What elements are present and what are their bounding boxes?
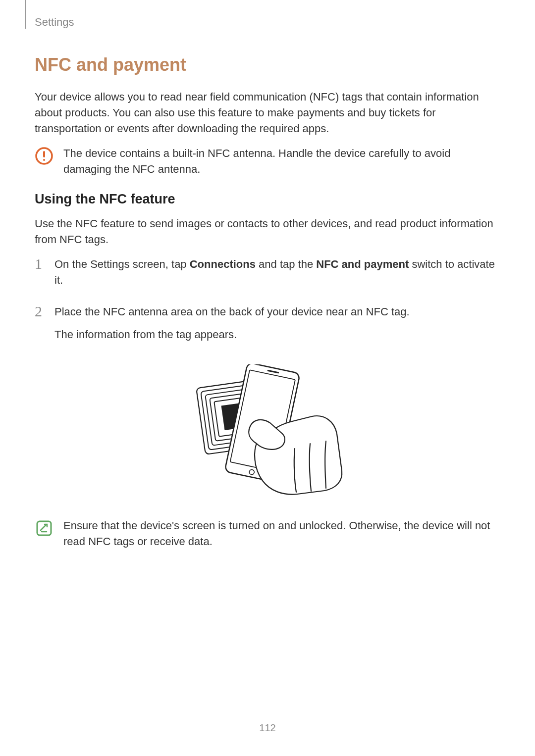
note-text: Ensure that the device's screen is turne…: [63, 518, 500, 550]
svg-rect-1: [43, 151, 45, 157]
step-text: Place the NFC antenna area on the back o…: [54, 304, 410, 320]
warning-text: The device contains a built-in NFC anten…: [63, 146, 500, 177]
step-number: 1: [35, 256, 46, 271]
section-title: NFC and payment: [35, 54, 500, 75]
step-body: Place the NFC antenna area on the back o…: [54, 304, 410, 350]
page-content: NFC and payment Your device allows you t…: [0, 0, 535, 550]
breadcrumb: Settings: [35, 16, 74, 29]
warning-icon: [35, 147, 54, 167]
note-icon: [35, 519, 54, 540]
svg-rect-2: [43, 159, 45, 161]
subsection-intro: Use the NFC feature to send images or co…: [35, 216, 500, 248]
step-bold: Connections: [190, 258, 256, 270]
warning-callout: The device contains a built-in NFC anten…: [35, 146, 500, 177]
step-body: On the Settings screen, tap Connections …: [54, 256, 500, 295]
step-text: The information from the tag appears.: [54, 327, 410, 343]
note-callout: Ensure that the device's screen is turne…: [35, 518, 500, 550]
step-bold: NFC and payment: [316, 258, 409, 270]
step-number: 2: [35, 304, 46, 319]
svg-rect-13: [37, 521, 51, 535]
step-1: 1 On the Settings screen, tap Connection…: [35, 256, 500, 295]
page-number: 112: [259, 722, 275, 734]
step-2: 2 Place the NFC antenna area on the back…: [35, 304, 500, 350]
step-text: On the Settings screen, tap: [54, 258, 190, 270]
header-divider: [25, 0, 26, 29]
step-text: and tap the: [256, 258, 316, 270]
nfc-illustration: [35, 364, 500, 503]
intro-paragraph: Your device allows you to read near fiel…: [35, 89, 500, 137]
subsection-title: Using the NFC feature: [35, 192, 500, 207]
